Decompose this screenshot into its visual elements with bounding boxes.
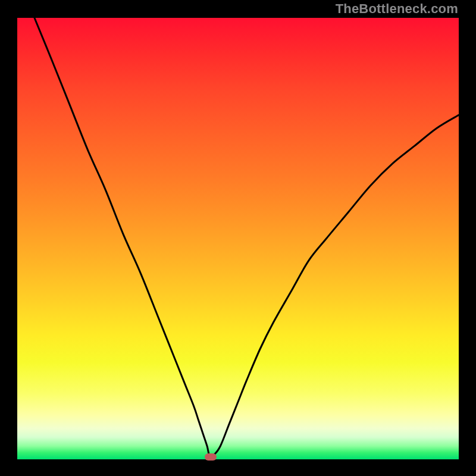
bottleneck-curve [35, 18, 459, 456]
minimum-marker [205, 453, 217, 461]
plot-area [17, 18, 459, 459]
chart-frame: TheBottleneck.com [0, 0, 476, 476]
watermark-text: TheBottleneck.com [336, 1, 458, 17]
curve-svg [17, 18, 459, 459]
